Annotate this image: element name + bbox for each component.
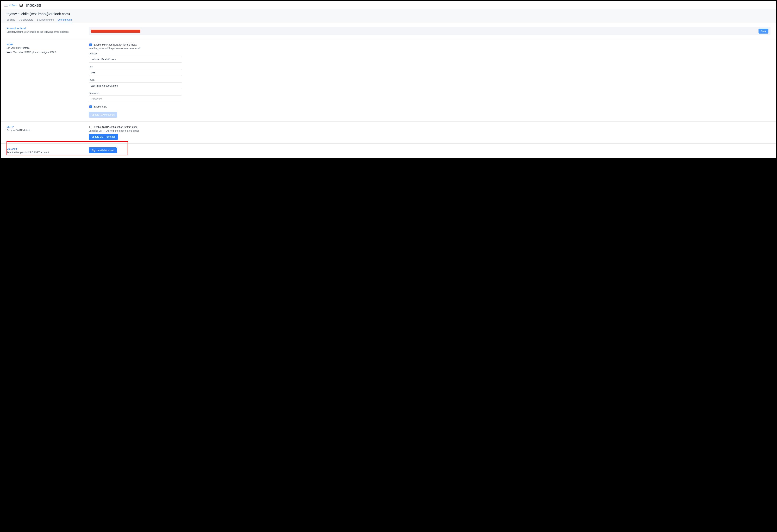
smtp-desc: Set your SMTP details xyxy=(6,129,85,132)
imap-password-input[interactable] xyxy=(89,96,182,102)
tab-collaborators[interactable]: Collaborators xyxy=(19,18,33,23)
back-link[interactable]: Back xyxy=(10,4,17,7)
imap-address-label: Address xyxy=(89,52,771,55)
imap-port-label: Port xyxy=(89,65,771,68)
imap-note: Note: To enable SMTP, please configure I… xyxy=(6,51,85,53)
imap-desc: Set your IMAP details xyxy=(6,46,85,50)
imap-title: IMAP xyxy=(6,43,85,46)
forward-title: Forward to Email xyxy=(6,27,85,30)
imap-enable-hint: Enabling IMAP will help the user to reci… xyxy=(89,47,771,50)
microsoft-title: Microsoft xyxy=(6,147,85,150)
copy-button[interactable]: Copy xyxy=(759,29,768,33)
imap-login-input[interactable] xyxy=(89,82,182,89)
page-title: Inboxes xyxy=(26,3,41,8)
imap-ssl-label: Enable SSL xyxy=(94,105,107,108)
imap-enable-label: Enable IMAP configuration for this inbox xyxy=(94,43,137,46)
inbox-icon xyxy=(19,4,23,7)
forward-address-redacted xyxy=(91,30,140,33)
back-label: Back xyxy=(11,4,17,7)
imap-port-input[interactable] xyxy=(89,69,182,76)
inbox-name: tejaswini chile (test-imap@outlook.com) xyxy=(6,12,771,16)
forward-desc: Start forwarding your emails to the foll… xyxy=(6,30,85,34)
update-smtp-button[interactable]: Update SMTP settings xyxy=(89,134,118,140)
update-imap-button[interactable]: Update IMAP settings xyxy=(89,112,117,118)
smtp-enable-label: Enable SMTP configuration for this inbox xyxy=(94,126,137,128)
imap-login-label: Login xyxy=(89,79,771,81)
tabs: Settings Collaborators Business Hours Co… xyxy=(6,18,771,23)
imap-enable-checkbox[interactable] xyxy=(89,43,92,46)
microsoft-desc: Reauthorize your MICROSOFT account xyxy=(6,151,85,154)
tab-business-hours[interactable]: Business Hours xyxy=(37,18,54,23)
menu-icon[interactable] xyxy=(4,4,8,6)
imap-ssl-checkbox[interactable] xyxy=(89,106,92,108)
imap-password-label: Password xyxy=(89,92,771,95)
forward-address-box: Copy xyxy=(89,27,771,35)
smtp-enable-checkbox[interactable] xyxy=(89,126,92,128)
tab-settings[interactable]: Settings xyxy=(6,18,15,23)
tab-configuration[interactable]: Configuration xyxy=(58,18,72,23)
chevron-left-icon xyxy=(9,4,11,6)
signin-microsoft-button[interactable]: Sign in with Microsoft xyxy=(89,147,117,153)
smtp-enable-hint: Enabling SMTP will help the user to send… xyxy=(89,129,771,132)
imap-address-input[interactable] xyxy=(89,56,182,62)
smtp-title: SMTP xyxy=(6,125,85,128)
